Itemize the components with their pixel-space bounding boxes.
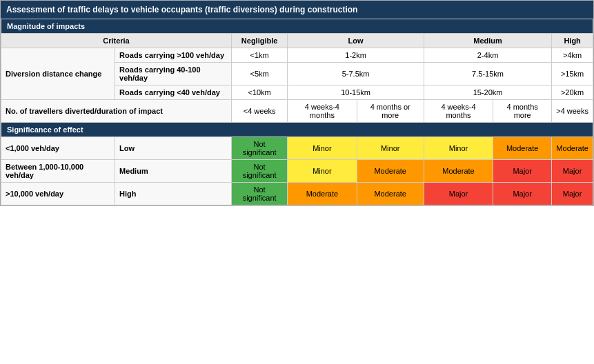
assessment-table: Magnitude of impacts Criteria Negligible… [1,19,593,205]
med-val-2: 7.5-15km [424,63,551,85]
sig-sub-3: High [115,183,232,205]
section2-header: Significance of effect [1,123,593,137]
sig-low1-3: Moderate [288,183,357,205]
sig-low2-3: Moderate [357,183,424,205]
high-val-1: >4km [552,48,593,63]
sub-label-3: Roads carrying <40 veh/day [115,85,232,100]
sig-med1-1: Minor [424,137,493,160]
sig-neg-3: Not significant [231,183,287,205]
high-val-3: >20km [552,85,593,100]
sig-sub-2: Medium [115,160,232,183]
low-val-2: 5-7.5km [288,63,424,85]
high-header: High [552,34,593,48]
negligible-header: Negligible [231,34,287,48]
sig-med2-3: Major [493,183,552,205]
med-val-3: 15-20km [424,85,551,100]
duration-label: No. of travellers diverted/duration of i… [1,100,232,123]
dur-med2: 4 months more [493,100,552,123]
dur-low2: 4 months or more [357,100,424,123]
medium-header: Medium [424,34,551,48]
section1-row: Magnitude of impacts [1,19,593,34]
sub-label-1: Roads carrying >100 veh/day [115,48,232,63]
main-container: Assessment of traffic delays to vehicle … [0,0,594,206]
column-headers-row: Criteria Negligible Low Medium High [1,34,593,48]
neg-val-1: <1km [231,48,287,63]
med-val-1: 2-4km [424,48,551,63]
section2-row: Significance of effect [1,123,593,137]
sig-med1-2: Moderate [424,160,493,183]
sig-high-3: Major [552,183,593,205]
sig-low1-2: Minor [288,160,357,183]
sig-high-2: Major [552,160,593,183]
sig-low1-1: Minor [288,137,357,160]
section1-header: Magnitude of impacts [1,19,593,34]
low-val-3: 10-15km [288,85,424,100]
sub-label-2: Roads carrying 40-100 veh/day [115,63,232,85]
sig-neg-1: Not significant [231,137,287,160]
high-val-2: >15km [552,63,593,85]
sig-row-2: Between 1,000-10,000 veh/day Medium Not … [1,160,593,183]
neg-val-2: <5km [231,63,287,85]
low-val-1: 1-2km [288,48,424,63]
sig-main-2: Between 1,000-10,000 veh/day [1,160,115,183]
diversion-row-1: Diversion distance change Roads carrying… [1,48,593,63]
criteria-header: Criteria [1,34,232,48]
sig-med1-3: Major [424,183,493,205]
sig-low2-2: Moderate [357,160,424,183]
dur-med1: 4 weeks-4 months [424,100,493,123]
dur-low1: 4 weeks-4 months [288,100,357,123]
table-title: Assessment of traffic delays to vehicle … [1,1,593,19]
neg-val-3: <10km [231,85,287,100]
diversion-distance-label: Diversion distance change [1,48,115,100]
low-header: Low [288,34,424,48]
sig-high-1: Moderate [552,137,593,160]
sig-med2-2: Major [493,160,552,183]
sig-row-3: >10,000 veh/day High Not significant Mod… [1,183,593,205]
sig-row-1: <1,000 veh/day Low Not significant Minor… [1,137,593,160]
dur-negligible: <4 weeks [231,100,287,123]
dur-high: >4 weeks [552,100,593,123]
sig-med2-1: Moderate [493,137,552,160]
sig-neg-2: Not significant [231,160,287,183]
sig-main-1: <1,000 veh/day [1,137,115,160]
sig-low2-1: Minor [357,137,424,160]
sig-sub-1: Low [115,137,232,160]
duration-row: No. of travellers diverted/duration of i… [1,100,593,123]
sig-main-3: >10,000 veh/day [1,183,115,205]
